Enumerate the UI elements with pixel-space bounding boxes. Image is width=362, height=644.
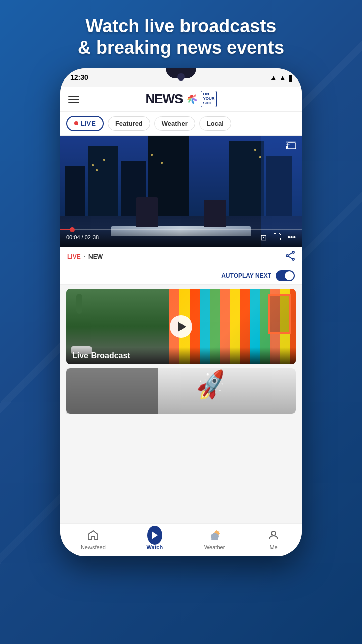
fullscreen-button[interactable]: ⛶ — [273, 233, 281, 243]
rocket-scene: 🚀 — [66, 368, 296, 414]
signal-icon: ▲ — [279, 74, 286, 82]
video-title-1: Live Broadcast — [66, 347, 296, 364]
hero-text: Watch live broadcasts & breaking news ev… — [58, 0, 304, 68]
new-label: NEW — [88, 253, 103, 260]
tab-live-label: LIVE — [81, 120, 96, 127]
camera-dot — [177, 73, 185, 80]
nav-item-watch[interactable]: Watch — [147, 528, 163, 550]
menu-button[interactable] — [68, 96, 79, 103]
more-options-button[interactable]: ••• — [287, 233, 296, 243]
battery-icon: ▮ — [288, 73, 292, 83]
blur-overlay — [66, 368, 158, 414]
svg-point-7 — [292, 258, 294, 260]
video-card-2[interactable]: 🚀 — [66, 368, 296, 414]
autoplay-toggle[interactable] — [276, 270, 295, 281]
tab-weather-label: Weather — [162, 120, 188, 127]
svg-point-20 — [272, 531, 276, 535]
chair-right — [204, 200, 226, 227]
toggle-knob — [285, 271, 294, 280]
logo: NEWS ONYOURSIDE — [145, 91, 216, 107]
cast-button[interactable] — [286, 141, 296, 151]
svg-rect-5 — [288, 143, 296, 149]
nav-item-newsfeed[interactable]: Newsfeed — [81, 528, 106, 550]
video-thumb-2: 🚀 — [66, 368, 296, 414]
time-display: 00:04 / 02:38 — [66, 234, 99, 240]
chair-left — [136, 197, 158, 227]
nav-label-me: Me — [269, 544, 277, 550]
tab-weather[interactable]: Weather — [154, 116, 195, 131]
status-icons: ▲ ▲ ▮ — [270, 73, 292, 83]
svg-rect-16 — [211, 538, 218, 540]
logo-text: NEWS — [145, 91, 183, 107]
svg-marker-11 — [152, 531, 158, 539]
nav-label-watch: Watch — [147, 544, 163, 550]
video-list: Live Broadcast 🚀 — [60, 285, 302, 524]
header: NEWS ONYOURSIDE — [60, 87, 302, 111]
autoplay-label: AUTOPLAY NEXT — [221, 272, 272, 279]
nav-label-weather: Weather — [204, 544, 225, 550]
phone-frame: 12:30 ▲ ▲ ▮ NEWS — [60, 68, 302, 556]
watch-icon — [147, 528, 162, 543]
bottom-nav: Newsfeed Watch — [60, 523, 302, 556]
live-label: LIVE — [67, 253, 81, 260]
nav-label-newsfeed: Newsfeed — [81, 544, 106, 550]
person-icon — [266, 528, 281, 543]
live-banner: LIVE · NEW — [60, 247, 302, 267]
home-icon — [85, 528, 101, 543]
separator-dot: · — [84, 253, 85, 260]
live-badge: LIVE · NEW — [67, 253, 103, 260]
subtitles-button[interactable]: ⊡ — [260, 233, 267, 243]
peacock-icon — [185, 92, 199, 106]
share-button[interactable] — [286, 251, 295, 263]
tab-featured[interactable]: Featured — [108, 116, 150, 131]
tab-local[interactable]: Local — [199, 116, 231, 131]
svg-line-10 — [288, 253, 292, 255]
video-player[interactable]: 00:04 / 02:38 ⊡ ⛶ ••• — [60, 136, 302, 247]
wifi-icon: ▲ — [270, 74, 277, 82]
status-time: 12:30 — [70, 73, 88, 82]
rocket-shape: 🚀 — [194, 368, 229, 403]
video-thumb-1: Live Broadcast — [66, 289, 296, 364]
svg-point-15 — [212, 533, 217, 538]
play-triangle — [178, 321, 186, 332]
tab-featured-label: Featured — [115, 120, 143, 127]
video-card-1[interactable]: Live Broadcast — [66, 289, 296, 364]
cloud-sun-icon — [207, 528, 222, 543]
tab-local-label: Local — [207, 120, 224, 127]
nav-item-weather[interactable]: Weather — [204, 528, 225, 550]
play-button-1[interactable] — [170, 315, 192, 338]
screen: 12:30 ▲ ▲ ▮ NEWS — [60, 68, 302, 556]
video-controls: 00:04 / 02:38 ⊡ ⛶ ••• — [60, 229, 302, 247]
logo-badge: ONYOURSIDE — [201, 91, 216, 107]
svg-point-6 — [292, 251, 294, 253]
svg-rect-4 — [286, 141, 296, 142]
svg-point-8 — [286, 255, 288, 257]
live-dot — [74, 121, 78, 125]
control-icons: ⊡ ⛶ ••• — [260, 233, 296, 243]
nav-item-me[interactable]: Me — [266, 528, 281, 550]
autoplay-bar: AUTOPLAY NEXT — [60, 267, 302, 285]
tabs-bar: LIVE Featured Weather Local — [60, 112, 302, 136]
svg-line-18 — [219, 531, 219, 532]
svg-line-9 — [288, 256, 292, 259]
tab-live[interactable]: LIVE — [66, 116, 104, 131]
